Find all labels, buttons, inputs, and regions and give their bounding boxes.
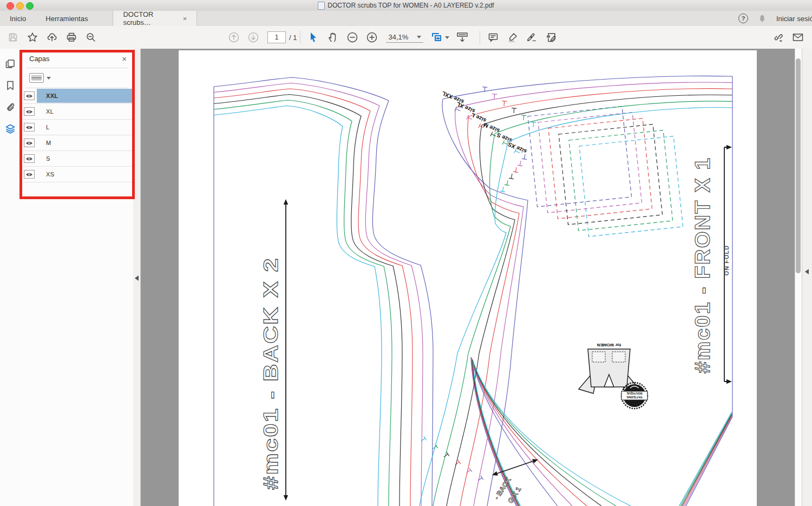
layers-button[interactable]	[0, 118, 21, 140]
comment-button[interactable]	[483, 28, 503, 47]
hand-tool-button[interactable]	[323, 28, 343, 47]
page-thumbnails-button[interactable]	[0, 53, 21, 75]
print-button[interactable]	[62, 28, 81, 47]
tabbar-right: ? Iniciar sesión	[738, 11, 812, 26]
fill-sign-button[interactable]	[542, 28, 561, 47]
zoom-level-dropdown[interactable]: 34,1%	[386, 32, 423, 43]
favorite-star-button[interactable]	[23, 28, 42, 47]
previous-page-button[interactable]	[224, 28, 244, 47]
page-number-input[interactable]: 1	[267, 31, 286, 43]
share-link-button[interactable]	[769, 28, 788, 47]
share-upload-button[interactable]	[42, 28, 62, 47]
pdf-page[interactable]: size XXLsize XLsize Lsize Msize Ssize XS…	[179, 50, 757, 506]
chevron-down-icon	[445, 36, 449, 39]
window-title: DOCTOR scrubs TOP for WOMEN - A0 LAYERED…	[328, 2, 494, 9]
tab-document-label: DOCTOR scrubs…	[123, 10, 177, 27]
sign-in-link[interactable]: Iniciar sesión	[776, 15, 812, 23]
notifications-bell-icon[interactable]	[758, 14, 767, 23]
tab-home[interactable]: Inicio	[0, 11, 36, 26]
sign-pen-button[interactable]	[522, 28, 542, 47]
pdf-file-icon	[318, 2, 325, 10]
zoom-in-button[interactable]	[362, 28, 382, 47]
annotation-highlight-rectangle	[19, 50, 135, 199]
main-toolbar: 1 / 1 34,1%	[0, 26, 812, 49]
email-button[interactable]	[788, 28, 808, 47]
window-titlebar: DOCTOR scrubs TOP for WOMEN - A0 LAYERED…	[0, 0, 812, 11]
bookmarks-button[interactable]	[0, 75, 21, 96]
sewing-pattern-drawing: size XXLsize XLsize Lsize Msize Ssize XS…	[179, 50, 757, 506]
save-button[interactable]	[3, 28, 23, 47]
tab-close-icon[interactable]: ×	[183, 15, 187, 23]
tab-home-label: Inicio	[10, 15, 26, 23]
minimize-window-button[interactable]	[16, 2, 24, 10]
collapse-panel-arrow-icon[interactable]	[135, 275, 139, 281]
chevron-down-icon	[417, 36, 421, 38]
logo-caption: for WOMEN	[597, 343, 621, 347]
select-tool-button[interactable]	[304, 28, 323, 47]
page-display-button[interactable]	[453, 28, 472, 47]
pocket-placement-square	[528, 107, 632, 207]
attachments-button[interactable]	[0, 96, 21, 118]
front-piece-label: #mc01 - FRONT X 1	[691, 157, 714, 373]
tab-document[interactable]: DOCTOR scrubs… ×	[113, 11, 197, 26]
tab-tools-label: Herramientas	[45, 15, 88, 23]
expand-tools-arrow-icon[interactable]	[805, 269, 809, 274]
navigation-rail	[0, 49, 21, 506]
size-label: size XS	[507, 141, 528, 155]
vertical-scrollbar-thumb[interactable]	[796, 58, 801, 273]
stamp-line2: BOUTIQUE	[626, 392, 642, 395]
tab-tools[interactable]: Herramientas	[36, 11, 97, 26]
zoom-window-button[interactable]	[26, 2, 34, 10]
tab-bar: Inicio Herramientas DOCTOR scrubs… × ? I…	[0, 11, 812, 27]
zoom-out-tool-button[interactable]	[81, 28, 101, 47]
on-fold-label: ON FOLD	[723, 245, 730, 276]
tools-pane-splitter[interactable]	[802, 49, 812, 506]
stamp-line1: PATTERNS	[626, 396, 642, 399]
highlight-button[interactable]	[503, 28, 522, 47]
close-window-button[interactable]	[6, 2, 14, 10]
fit-page-button[interactable]	[428, 28, 453, 47]
page-count-label: / 1	[289, 34, 297, 42]
zoom-level-value: 34,1%	[388, 33, 408, 41]
back-piece-label: #mc01 - BACK X 2	[260, 257, 282, 490]
help-icon[interactable]: ?	[738, 14, 748, 23]
zoom-out-button[interactable]	[343, 28, 362, 47]
next-page-button[interactable]	[244, 28, 263, 47]
